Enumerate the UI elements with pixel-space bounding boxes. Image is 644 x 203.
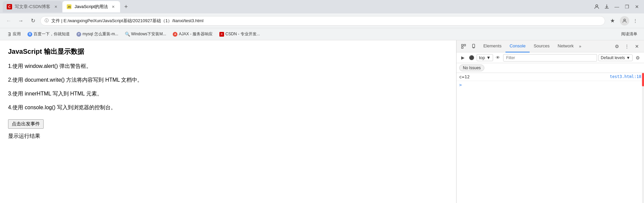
bookmark-apps-label: 应用 <box>13 31 21 37</box>
top-context-selector[interactable]: top ▼ <box>477 54 493 61</box>
url-text: 文件 | E:/wangxingPeiXun/JavaScript基础/2021… <box>51 18 601 24</box>
bookmark-star-button[interactable]: ★ <box>608 16 617 26</box>
profile-icon-btn[interactable] <box>592 2 601 11</box>
console-expand-arrow[interactable]: > <box>457 81 644 89</box>
maximize-button[interactable]: ❐ <box>623 2 631 11</box>
devtools-close-button[interactable]: ✕ <box>633 42 641 51</box>
svg-rect-6 <box>473 44 475 48</box>
device-toolbar-button[interactable] <box>469 42 478 51</box>
tab-network[interactable]: Network <box>554 40 578 52</box>
svg-rect-3 <box>462 44 463 46</box>
scrollbar-indicator[interactable] <box>642 73 644 203</box>
tab-close-write-article[interactable]: ✕ <box>53 4 58 9</box>
bookmark-apps[interactable]: ∃ 应用 <box>4 30 23 38</box>
tab-close-javascript[interactable]: ✕ <box>111 4 116 9</box>
eye-button[interactable]: 👁 <box>494 54 502 62</box>
console-clear-button[interactable]: ⚫ <box>468 54 475 62</box>
bookmark-windows-label: Windows下安装M... <box>131 31 166 37</box>
default-levels-label: Default levels <box>601 55 625 60</box>
tab-sources[interactable]: Sources <box>530 40 554 52</box>
downloads-icon-btn[interactable] <box>602 2 611 11</box>
default-levels-selector[interactable]: Default levels ▼ <box>598 54 633 61</box>
devtools-tabs: Elements Console Sources Network » <box>479 40 611 52</box>
profile-button[interactable] <box>620 16 629 26</box>
console-output: c=12 test3.html:18 > <box>457 73 644 203</box>
mysql-icon: P <box>76 32 81 37</box>
inspect-element-button[interactable] <box>459 42 468 51</box>
svg-rect-1 <box>605 8 609 9</box>
display-result: 显示运行结果 <box>8 133 448 140</box>
bookmark-mysql[interactable]: P mysql 怎么重装-m... <box>74 30 121 38</box>
page-item-2: 2.使用 document.write() 方法将内容写到 HTML 文档中。 <box>8 77 448 84</box>
bookmark-csdn-label: CSDN - 专业开发... <box>225 31 260 37</box>
devtools-settings-button[interactable]: ⚙ <box>612 42 621 51</box>
page-title: JavaScript 输出显示数据 <box>8 47 448 56</box>
browser-window: C 写文章-CSDN博客 ✕ JS JavaScript的用法 ✕ + — ❐ … <box>0 0 644 203</box>
refresh-button[interactable]: ↻ <box>28 16 38 26</box>
page-item-1: 1.使用 window.alert() 弹出警告框。 <box>8 63 448 70</box>
devtools-header: Elements Console Sources Network » ⚙ ⋮ <box>457 40 644 52</box>
click-event-button[interactable]: 点击出发事件 <box>8 119 44 129</box>
forward-button[interactable]: → <box>16 16 25 26</box>
console-row-1: c=12 test3.html:18 <box>457 73 644 81</box>
devtools-more-options[interactable]: ⋮ <box>623 42 631 51</box>
svg-point-0 <box>596 5 598 7</box>
page-content: JavaScript 输出显示数据 1.使用 window.alert() 弹出… <box>0 40 456 203</box>
tab-favicon-js: JS <box>66 4 72 9</box>
bookmark-csdn[interactable]: C CSDN - 专业开发... <box>217 30 263 38</box>
page-item-4: 4.使用 console.log() 写入到浏览器的控制台。 <box>8 104 448 111</box>
bookmark-baidu[interactable]: 百 百度一下，你就知道 <box>25 30 72 38</box>
address-bar-right: ⋮ <box>620 16 640 26</box>
tab-favicon-csdn: C <box>7 4 12 9</box>
url-lock-icon: ⓘ <box>45 18 49 24</box>
bookmark-mysql-label: mysql 怎么重装-m... <box>83 31 118 37</box>
devtools-header-right: ⚙ ⋮ ✕ <box>612 42 641 51</box>
ajax-icon: A <box>173 32 177 37</box>
bookmarks-bar: ∃ 应用 百 百度一下，你就知道 P mysql 怎么重装-m... 🔍 Win… <box>0 28 644 40</box>
back-button[interactable]: ← <box>4 16 13 26</box>
no-issues-badge[interactable]: No Issues <box>459 65 484 71</box>
title-bar-controls: — ❐ ✕ <box>592 2 641 11</box>
new-tab-button[interactable]: + <box>121 2 131 11</box>
top-label: top <box>479 55 485 60</box>
bookmark-windows[interactable]: 🔍 Windows下安装M... <box>122 30 169 38</box>
tab-javascript[interactable]: JS JavaScript的用法 ✕ <box>62 1 120 12</box>
close-button[interactable]: ✕ <box>633 2 641 11</box>
title-bar: C 写文章-CSDN博客 ✕ JS JavaScript的用法 ✕ + — ❐ … <box>0 0 644 13</box>
levels-dropdown-icon: ▼ <box>626 55 630 60</box>
devtools-more-tabs[interactable]: » <box>578 44 583 49</box>
console-toolbar: ▶ ⚫ top ▼ 👁 Default levels ▼ ⚙ <box>457 52 644 63</box>
read-mode-button[interactable]: 阅读清单 <box>619 30 640 38</box>
console-value-1: c=12 <box>459 74 607 79</box>
top-dropdown-icon: ▼ <box>486 55 491 60</box>
no-issues-bar: No Issues <box>457 63 644 73</box>
no-issues-label: No Issues <box>463 66 481 70</box>
svg-rect-7 <box>473 47 474 48</box>
bookmark-baidu-label: 百度一下，你就知道 <box>34 31 70 37</box>
more-menu-button[interactable]: ⋮ <box>631 16 640 26</box>
url-bar[interactable]: ⓘ 文件 | E:/wangxingPeiXun/JavaScript基础/20… <box>40 16 605 26</box>
filter-input[interactable] <box>503 54 597 62</box>
tab-elements[interactable]: Elements <box>479 40 505 52</box>
console-source-1[interactable]: test3.html:18 <box>610 74 641 79</box>
csdn-icon: C <box>219 32 224 37</box>
content-area: JavaScript 输出显示数据 1.使用 window.alert() 弹出… <box>0 40 644 203</box>
tab-console[interactable]: Console <box>505 40 530 52</box>
devtools-panel: Elements Console Sources Network » ⚙ ⋮ <box>456 40 644 203</box>
address-bar: ← → ↻ ⓘ 文件 | E:/wangxingPeiXun/JavaScrip… <box>0 13 644 28</box>
svg-rect-4 <box>462 47 463 48</box>
svg-point-2 <box>624 19 625 21</box>
scrollbar-thumb <box>642 73 644 86</box>
svg-rect-5 <box>464 44 466 46</box>
baidu-icon: 百 <box>28 32 32 37</box>
console-settings-button[interactable]: ⚙ <box>634 54 641 62</box>
console-run-button[interactable]: ▶ <box>459 54 467 62</box>
tab-label-write-article: 写文章-CSDN博客 <box>15 4 50 10</box>
bookmark-ajax-label: AJAX - 服务器响应 <box>179 31 213 37</box>
bookmark-ajax[interactable]: A AJAX - 服务器响应 <box>170 30 215 38</box>
page-item-3: 3.使用 innerHTML 写入到 HTML 元素。 <box>8 90 448 97</box>
windows-icon: 🔍 <box>125 32 130 37</box>
tab-write-article[interactable]: C 写文章-CSDN博客 ✕ <box>3 1 62 12</box>
minimize-button[interactable]: — <box>612 2 621 11</box>
read-mode-label: 阅读清单 <box>621 31 637 37</box>
